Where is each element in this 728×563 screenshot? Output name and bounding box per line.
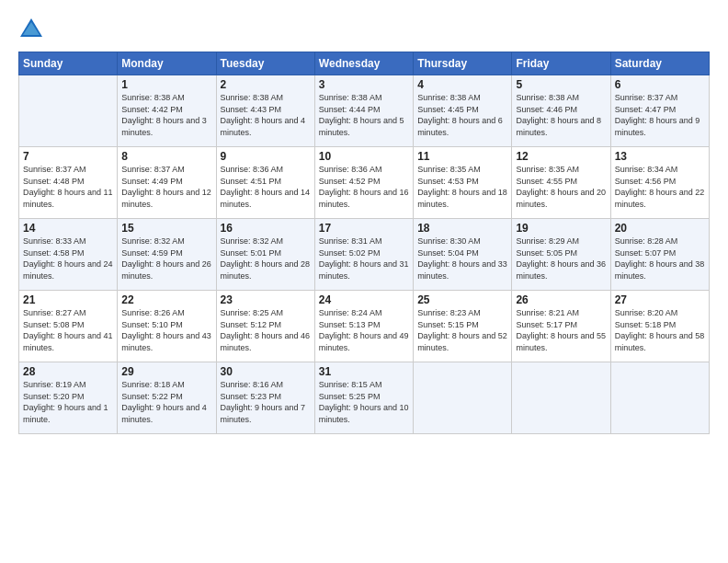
sunset-text: Sunset: 5:25 PM (319, 391, 409, 403)
sunrise-text: Sunrise: 8:19 AM (23, 379, 113, 391)
day-info: Sunrise: 8:27 AMSunset: 5:08 PMDaylight:… (23, 307, 113, 353)
week-row-3: 14Sunrise: 8:33 AMSunset: 4:58 PMDayligh… (19, 219, 710, 291)
day-number: 2 (221, 78, 311, 91)
sunset-text: Sunset: 5:22 PM (121, 391, 211, 403)
day-number: 31 (319, 365, 409, 378)
day-info: Sunrise: 8:30 AMSunset: 5:04 PMDaylight:… (417, 236, 507, 282)
day-number: 14 (23, 222, 113, 235)
day-info: Sunrise: 8:23 AMSunset: 5:15 PMDaylight:… (417, 307, 507, 353)
sunset-text: Sunset: 5:17 PM (516, 319, 606, 331)
day-number: 20 (615, 222, 705, 235)
day-number: 21 (23, 293, 113, 306)
calendar-cell: 21Sunrise: 8:27 AMSunset: 5:08 PMDayligh… (19, 291, 118, 362)
calendar-cell: 7Sunrise: 8:37 AMSunset: 4:48 PMDaylight… (19, 147, 118, 219)
sunset-text: Sunset: 4:48 PM (23, 176, 113, 188)
daylight-text: Daylight: 9 hours and 10 minutes. (319, 402, 409, 425)
day-info: Sunrise: 8:15 AMSunset: 5:25 PMDaylight:… (319, 379, 409, 425)
day-info: Sunrise: 8:24 AMSunset: 5:13 PMDaylight:… (319, 307, 409, 353)
day-number: 4 (417, 78, 507, 91)
sunset-text: Sunset: 4:53 PM (417, 176, 507, 188)
calendar-cell (19, 75, 118, 147)
daylight-text: Daylight: 8 hours and 43 minutes. (121, 330, 211, 353)
header-day-sunday: Sunday (19, 52, 118, 75)
day-info: Sunrise: 8:34 AMSunset: 4:56 PMDaylight:… (615, 164, 705, 210)
day-number: 5 (516, 78, 606, 91)
daylight-text: Daylight: 9 hours and 1 minute. (23, 402, 113, 425)
day-info: Sunrise: 8:29 AMSunset: 5:05 PMDaylight:… (516, 236, 606, 282)
daylight-text: Daylight: 8 hours and 3 minutes. (121, 115, 211, 138)
calendar-cell: 26Sunrise: 8:21 AMSunset: 5:17 PMDayligh… (512, 291, 610, 362)
day-info: Sunrise: 8:37 AMSunset: 4:49 PMDaylight:… (121, 164, 211, 210)
sunrise-text: Sunrise: 8:38 AM (121, 92, 211, 104)
sunset-text: Sunset: 5:12 PM (221, 319, 311, 331)
sunrise-text: Sunrise: 8:15 AM (319, 379, 409, 391)
sunset-text: Sunset: 5:18 PM (615, 319, 705, 331)
day-info: Sunrise: 8:33 AMSunset: 4:58 PMDaylight:… (23, 236, 113, 282)
calendar-cell: 23Sunrise: 8:25 AMSunset: 5:12 PMDayligh… (216, 291, 314, 362)
calendar-cell: 30Sunrise: 8:16 AMSunset: 5:23 PMDayligh… (216, 362, 314, 434)
calendar-cell: 4Sunrise: 8:38 AMSunset: 4:45 PMDaylight… (414, 75, 512, 147)
header-day-thursday: Thursday (414, 52, 512, 75)
calendar-header: SundayMondayTuesdayWednesdayThursdayFrid… (19, 52, 710, 75)
day-info: Sunrise: 8:25 AMSunset: 5:12 PMDaylight:… (221, 307, 311, 353)
generalblue-logo-icon (18, 17, 44, 42)
day-info: Sunrise: 8:38 AMSunset: 4:46 PMDaylight:… (516, 92, 606, 138)
sunset-text: Sunset: 4:59 PM (121, 247, 211, 259)
calendar-cell: 18Sunrise: 8:30 AMSunset: 5:04 PMDayligh… (414, 219, 512, 291)
daylight-text: Daylight: 8 hours and 4 minutes. (221, 115, 311, 138)
sunrise-text: Sunrise: 8:36 AM (221, 164, 311, 176)
calendar-body: 1Sunrise: 8:38 AMSunset: 4:42 PMDaylight… (19, 75, 710, 434)
header-day-friday: Friday (512, 52, 610, 75)
daylight-text: Daylight: 8 hours and 58 minutes. (615, 330, 705, 353)
daylight-text: Daylight: 8 hours and 12 minutes. (121, 187, 211, 210)
day-number: 30 (221, 365, 311, 378)
sunset-text: Sunset: 5:20 PM (23, 391, 113, 403)
calendar-cell: 22Sunrise: 8:26 AMSunset: 5:10 PMDayligh… (118, 291, 216, 362)
daylight-text: Daylight: 8 hours and 9 minutes. (615, 115, 705, 138)
daylight-text: Daylight: 8 hours and 14 minutes. (221, 187, 311, 210)
week-row-2: 7Sunrise: 8:37 AMSunset: 4:48 PMDaylight… (19, 147, 710, 219)
sunrise-text: Sunrise: 8:33 AM (23, 236, 113, 247)
daylight-text: Daylight: 9 hours and 4 minutes. (121, 402, 211, 425)
sunset-text: Sunset: 4:56 PM (615, 176, 705, 188)
day-number: 7 (23, 150, 113, 163)
daylight-text: Daylight: 8 hours and 22 minutes. (615, 187, 705, 210)
day-info: Sunrise: 8:21 AMSunset: 5:17 PMDaylight:… (516, 307, 606, 353)
calendar-cell: 28Sunrise: 8:19 AMSunset: 5:20 PMDayligh… (19, 362, 118, 434)
calendar-cell: 19Sunrise: 8:29 AMSunset: 5:05 PMDayligh… (512, 219, 610, 291)
sunrise-text: Sunrise: 8:27 AM (23, 307, 113, 319)
day-info: Sunrise: 8:31 AMSunset: 5:02 PMDaylight:… (319, 236, 409, 282)
calendar-cell: 20Sunrise: 8:28 AMSunset: 5:07 PMDayligh… (610, 219, 709, 291)
sunrise-text: Sunrise: 8:35 AM (417, 164, 507, 176)
daylight-text: Daylight: 8 hours and 52 minutes. (417, 330, 507, 353)
sunset-text: Sunset: 4:44 PM (319, 104, 409, 116)
sunrise-text: Sunrise: 8:30 AM (417, 236, 507, 247)
calendar-table: SundayMondayTuesdayWednesdayThursdayFrid… (18, 52, 710, 434)
sunrise-text: Sunrise: 8:36 AM (319, 164, 409, 176)
day-info: Sunrise: 8:35 AMSunset: 4:53 PMDaylight:… (417, 164, 507, 210)
day-info: Sunrise: 8:26 AMSunset: 5:10 PMDaylight:… (121, 307, 211, 353)
sunset-text: Sunset: 5:15 PM (417, 319, 507, 331)
sunrise-text: Sunrise: 8:23 AM (417, 307, 507, 319)
sunrise-text: Sunrise: 8:32 AM (121, 236, 211, 247)
day-info: Sunrise: 8:38 AMSunset: 4:42 PMDaylight:… (121, 92, 211, 138)
day-number: 3 (319, 78, 409, 91)
daylight-text: Daylight: 8 hours and 41 minutes. (23, 330, 113, 353)
week-row-5: 28Sunrise: 8:19 AMSunset: 5:20 PMDayligh… (19, 362, 710, 434)
sunrise-text: Sunrise: 8:31 AM (319, 236, 409, 247)
daylight-text: Daylight: 8 hours and 28 minutes. (221, 259, 311, 282)
calendar-cell: 16Sunrise: 8:32 AMSunset: 5:01 PMDayligh… (216, 219, 314, 291)
sunrise-text: Sunrise: 8:26 AM (121, 307, 211, 319)
day-number: 16 (221, 222, 311, 235)
header-day-wednesday: Wednesday (314, 52, 413, 75)
calendar-cell: 13Sunrise: 8:34 AMSunset: 4:56 PMDayligh… (610, 147, 709, 219)
day-number: 23 (221, 293, 311, 306)
day-number: 10 (319, 150, 409, 163)
sunset-text: Sunset: 4:47 PM (615, 104, 705, 116)
daylight-text: Daylight: 8 hours and 5 minutes. (319, 115, 409, 138)
sunset-text: Sunset: 4:45 PM (417, 104, 507, 116)
calendar-cell: 3Sunrise: 8:38 AMSunset: 4:44 PMDaylight… (314, 75, 413, 147)
calendar-cell (610, 362, 709, 434)
day-number: 13 (615, 150, 705, 163)
sunset-text: Sunset: 5:02 PM (319, 247, 409, 259)
